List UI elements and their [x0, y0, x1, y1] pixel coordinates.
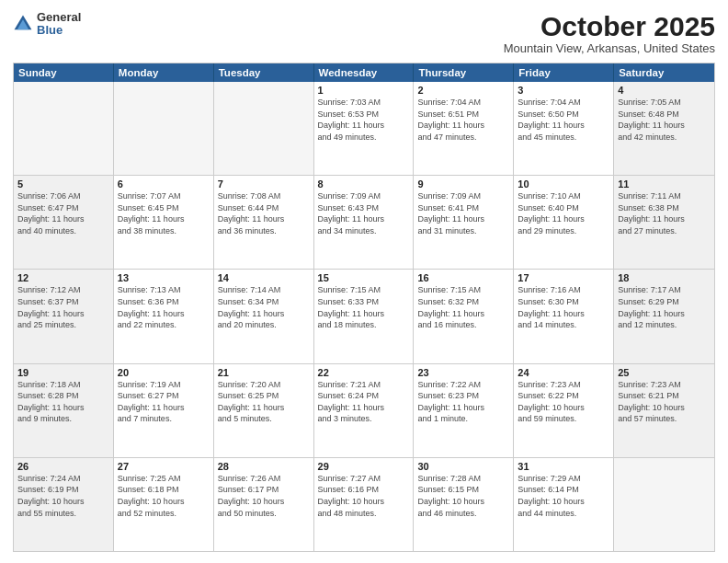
day-number: 1	[318, 85, 410, 96]
calendar-cell: 3Sunrise: 7:04 AM Sunset: 6:50 PM Daylig…	[514, 82, 614, 175]
day-number: 28	[218, 461, 310, 472]
header: General Blue October 2025 Mountain View,…	[13, 11, 715, 55]
calendar-cell	[614, 458, 714, 551]
calendar-cell: 28Sunrise: 7:26 AM Sunset: 6:17 PM Dayli…	[214, 458, 314, 551]
day-info: Sunrise: 7:16 AM Sunset: 6:30 PM Dayligh…	[518, 284, 609, 330]
day-number: 9	[417, 178, 509, 190]
calendar-cell: 22Sunrise: 7:21 AM Sunset: 6:24 PM Dayli…	[314, 364, 415, 457]
day-info: Sunrise: 7:05 AM Sunset: 6:48 PM Dayligh…	[618, 97, 711, 143]
day-number: 27	[118, 461, 210, 472]
day-info: Sunrise: 7:14 AM Sunset: 6:34 PM Dayligh…	[218, 284, 310, 330]
calendar-cell: 16Sunrise: 7:15 AM Sunset: 6:32 PM Dayli…	[414, 270, 514, 362]
calendar-cell: 29Sunrise: 7:27 AM Sunset: 6:16 PM Dayli…	[314, 458, 415, 551]
title-block: October 2025 Mountain View, Arkansas, Un…	[504, 11, 715, 55]
calendar-row: 1Sunrise: 7:03 AM Sunset: 6:53 PM Daylig…	[14, 82, 714, 175]
calendar-header-cell: Thursday	[414, 63, 514, 82]
day-info: Sunrise: 7:18 AM Sunset: 6:28 PM Dayligh…	[17, 379, 109, 425]
day-number: 7	[218, 178, 310, 190]
calendar-cell: 12Sunrise: 7:12 AM Sunset: 6:37 PM Dayli…	[14, 270, 114, 362]
day-number: 19	[17, 367, 109, 378]
calendar-header-cell: Monday	[114, 63, 214, 82]
day-number: 15	[318, 272, 410, 283]
calendar-cell: 21Sunrise: 7:20 AM Sunset: 6:25 PM Dayli…	[214, 364, 314, 457]
calendar-cell: 7Sunrise: 7:08 AM Sunset: 6:44 PM Daylig…	[214, 176, 314, 269]
calendar-header-cell: Saturday	[614, 63, 714, 82]
calendar-cell: 30Sunrise: 7:28 AM Sunset: 6:15 PM Dayli…	[414, 458, 514, 551]
month-title: October 2025	[504, 11, 715, 41]
day-info: Sunrise: 7:06 AM Sunset: 6:47 PM Dayligh…	[17, 190, 109, 236]
day-info: Sunrise: 7:10 AM Sunset: 6:40 PM Dayligh…	[518, 190, 609, 236]
calendar-row: 5Sunrise: 7:06 AM Sunset: 6:47 PM Daylig…	[14, 175, 714, 269]
day-info: Sunrise: 7:28 AM Sunset: 6:15 PM Dayligh…	[417, 473, 509, 519]
day-number: 20	[118, 367, 210, 378]
day-number: 5	[17, 178, 109, 190]
day-number: 13	[118, 272, 210, 283]
day-info: Sunrise: 7:24 AM Sunset: 6:19 PM Dayligh…	[17, 473, 109, 519]
day-info: Sunrise: 7:22 AM Sunset: 6:23 PM Dayligh…	[417, 379, 509, 425]
day-number: 23	[417, 367, 509, 378]
logo-text: General Blue	[37, 11, 81, 38]
calendar: SundayMondayTuesdayWednesdayThursdayFrid…	[13, 63, 715, 552]
day-info: Sunrise: 7:15 AM Sunset: 6:32 PM Dayligh…	[417, 284, 509, 330]
day-number: 14	[218, 272, 310, 283]
calendar-cell: 14Sunrise: 7:14 AM Sunset: 6:34 PM Dayli…	[214, 270, 314, 362]
calendar-cell: 10Sunrise: 7:10 AM Sunset: 6:40 PM Dayli…	[514, 176, 614, 269]
day-number: 22	[318, 367, 410, 378]
day-number: 6	[118, 178, 210, 190]
calendar-cell: 8Sunrise: 7:09 AM Sunset: 6:43 PM Daylig…	[314, 176, 415, 269]
calendar-cell: 4Sunrise: 7:05 AM Sunset: 6:48 PM Daylig…	[614, 82, 714, 175]
day-info: Sunrise: 7:21 AM Sunset: 6:24 PM Dayligh…	[318, 379, 410, 425]
day-number: 25	[618, 367, 711, 378]
day-number: 17	[518, 272, 609, 283]
calendar-cell: 23Sunrise: 7:22 AM Sunset: 6:23 PM Dayli…	[414, 364, 514, 457]
calendar-cell: 31Sunrise: 7:29 AM Sunset: 6:14 PM Dayli…	[514, 458, 614, 551]
day-info: Sunrise: 7:29 AM Sunset: 6:14 PM Dayligh…	[518, 473, 609, 519]
day-info: Sunrise: 7:08 AM Sunset: 6:44 PM Dayligh…	[218, 190, 310, 236]
day-number: 3	[518, 85, 609, 96]
calendar-cell: 17Sunrise: 7:16 AM Sunset: 6:30 PM Dayli…	[514, 270, 614, 362]
day-number: 21	[218, 367, 310, 378]
calendar-cell: 1Sunrise: 7:03 AM Sunset: 6:53 PM Daylig…	[314, 82, 415, 175]
day-info: Sunrise: 7:23 AM Sunset: 6:22 PM Dayligh…	[518, 379, 609, 425]
day-info: Sunrise: 7:13 AM Sunset: 6:36 PM Dayligh…	[118, 284, 210, 330]
logo: General Blue	[13, 11, 81, 38]
calendar-row: 19Sunrise: 7:18 AM Sunset: 6:28 PM Dayli…	[14, 363, 714, 457]
day-number: 8	[318, 178, 410, 190]
calendar-cell	[214, 82, 314, 175]
day-number: 16	[417, 272, 509, 283]
calendar-cell	[14, 82, 114, 175]
calendar-header-cell: Friday	[514, 63, 614, 82]
calendar-header-cell: Tuesday	[214, 63, 314, 82]
day-number: 31	[518, 461, 609, 472]
day-info: Sunrise: 7:15 AM Sunset: 6:33 PM Dayligh…	[318, 284, 410, 330]
day-info: Sunrise: 7:25 AM Sunset: 6:18 PM Dayligh…	[118, 473, 210, 519]
location: Mountain View, Arkansas, United States	[504, 41, 715, 55]
day-info: Sunrise: 7:26 AM Sunset: 6:17 PM Dayligh…	[218, 473, 310, 519]
day-number: 29	[318, 461, 410, 472]
calendar-cell: 26Sunrise: 7:24 AM Sunset: 6:19 PM Dayli…	[14, 458, 114, 551]
day-info: Sunrise: 7:12 AM Sunset: 6:37 PM Dayligh…	[17, 284, 109, 330]
day-number: 12	[17, 272, 109, 283]
day-number: 26	[17, 461, 109, 472]
calendar-cell	[114, 82, 214, 175]
day-info: Sunrise: 7:23 AM Sunset: 6:21 PM Dayligh…	[618, 379, 711, 425]
day-info: Sunrise: 7:11 AM Sunset: 6:38 PM Dayligh…	[618, 190, 711, 236]
calendar-cell: 5Sunrise: 7:06 AM Sunset: 6:47 PM Daylig…	[14, 176, 114, 269]
calendar-cell: 27Sunrise: 7:25 AM Sunset: 6:18 PM Dayli…	[114, 458, 214, 551]
calendar-header-cell: Wednesday	[314, 63, 415, 82]
calendar-body: 1Sunrise: 7:03 AM Sunset: 6:53 PM Daylig…	[14, 82, 714, 551]
page: General Blue October 2025 Mountain View,…	[0, 0, 728, 563]
day-info: Sunrise: 7:17 AM Sunset: 6:29 PM Dayligh…	[618, 284, 711, 330]
calendar-row: 26Sunrise: 7:24 AM Sunset: 6:19 PM Dayli…	[14, 457, 714, 551]
day-info: Sunrise: 7:19 AM Sunset: 6:27 PM Dayligh…	[118, 379, 210, 425]
calendar-cell: 19Sunrise: 7:18 AM Sunset: 6:28 PM Dayli…	[14, 364, 114, 457]
day-info: Sunrise: 7:07 AM Sunset: 6:45 PM Dayligh…	[118, 190, 210, 236]
day-number: 30	[417, 461, 509, 472]
calendar-cell: 9Sunrise: 7:09 AM Sunset: 6:41 PM Daylig…	[414, 176, 514, 269]
calendar-header-cell: Sunday	[14, 63, 114, 82]
calendar-cell: 13Sunrise: 7:13 AM Sunset: 6:36 PM Dayli…	[114, 270, 214, 362]
day-info: Sunrise: 7:27 AM Sunset: 6:16 PM Dayligh…	[318, 473, 410, 519]
calendar-cell: 24Sunrise: 7:23 AM Sunset: 6:22 PM Dayli…	[514, 364, 614, 457]
calendar-cell: 11Sunrise: 7:11 AM Sunset: 6:38 PM Dayli…	[614, 176, 714, 269]
day-info: Sunrise: 7:04 AM Sunset: 6:51 PM Dayligh…	[417, 97, 509, 143]
